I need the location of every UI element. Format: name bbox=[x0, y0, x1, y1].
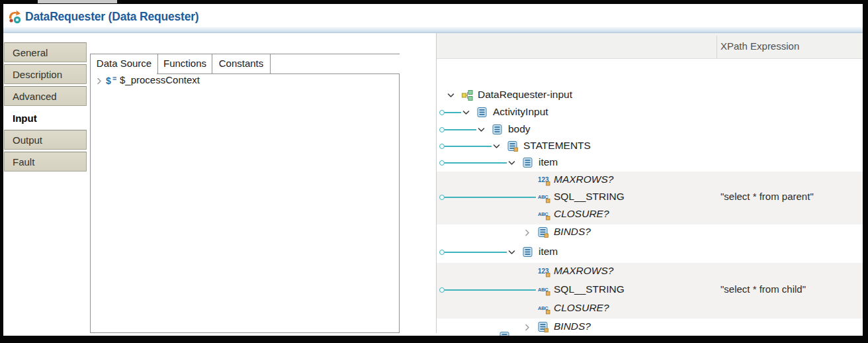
connector-dot bbox=[439, 110, 445, 115]
chevron-right-icon[interactable] bbox=[525, 229, 530, 236]
sidebar-item-description[interactable]: Description bbox=[4, 64, 87, 84]
sidebar-item-advanced[interactable]: Advanced bbox=[4, 86, 87, 106]
sidebar-item-output[interactable]: Output bbox=[4, 130, 87, 150]
schema-root-icon bbox=[462, 90, 473, 101]
connector-dot bbox=[439, 195, 445, 200]
tabbar-end-divider bbox=[270, 54, 271, 74]
number-attribute-icon: 123 bbox=[538, 175, 551, 186]
source-tree-row-processcontext[interactable]: $$_processContext bbox=[93, 73, 397, 89]
tree-row-closure[interactable]: ABCCLOSURE? bbox=[437, 206, 863, 223]
string-attribute-icon: ABC bbox=[538, 192, 551, 203]
connector-dot bbox=[439, 250, 445, 255]
element-repeating-icon bbox=[538, 227, 548, 238]
xpath-column-header: XPath Expression bbox=[720, 40, 799, 52]
tree-row-activityinput[interactable]: ActivityInput bbox=[437, 104, 863, 121]
connector-dot bbox=[439, 160, 445, 166]
element-icon bbox=[523, 158, 533, 168]
tree-node-label: BINDS? bbox=[554, 320, 591, 332]
chevron-down-icon[interactable] bbox=[462, 110, 470, 115]
chevron-down-icon[interactable] bbox=[508, 160, 515, 166]
connector-line bbox=[445, 197, 536, 198]
tree-row-maxrows[interactable]: 123MAXROWS? bbox=[437, 172, 863, 189]
active-tab-merge bbox=[91, 74, 157, 74]
element-icon bbox=[492, 124, 503, 135]
tree-row-maxrows[interactable]: 123MAXROWS? bbox=[437, 263, 863, 280]
activity-mapper-window: DataRequester (Data Requester) GeneralDe… bbox=[0, 0, 868, 343]
svg-text:$: $ bbox=[106, 75, 111, 86]
window-border-left bbox=[0, 0, 3, 343]
window-border-top bbox=[0, 0, 868, 4]
element-repeating-icon bbox=[507, 141, 518, 152]
chevron-right-icon[interactable] bbox=[97, 77, 102, 85]
element-icon bbox=[523, 247, 533, 258]
chevron-down-icon[interactable] bbox=[478, 127, 485, 132]
xpath-column-divider bbox=[716, 36, 717, 58]
window-border-bottom bbox=[0, 336, 868, 343]
connector-dot bbox=[439, 144, 445, 149]
sidebar-item-fault[interactable]: Fault bbox=[4, 152, 87, 172]
process-context-icon: $ bbox=[106, 75, 118, 86]
tree-node-label: body bbox=[508, 123, 531, 135]
connector-line bbox=[445, 162, 507, 164]
element-icon bbox=[477, 107, 488, 118]
window-border-notch bbox=[38, 0, 117, 3]
tree-row-datarequester-input[interactable]: DataRequester-input bbox=[437, 87, 863, 104]
connector-dot bbox=[439, 127, 445, 132]
tree-node-label: SQL__STRING bbox=[554, 191, 625, 203]
tree-row-statements[interactable]: STATEMENTS bbox=[437, 138, 863, 155]
number-attribute-icon: 123 bbox=[538, 266, 551, 277]
page-title: DataRequester (Data Requester) bbox=[25, 10, 198, 24]
tree-node-label: item bbox=[539, 246, 558, 258]
tree-row-sql-string[interactable]: ABCSQL__STRING"select * from child" bbox=[437, 281, 863, 299]
source-node-label: $_processContext bbox=[120, 74, 200, 85]
connector-dot bbox=[439, 287, 445, 293]
tree-row-binds[interactable]: BINDS? bbox=[437, 224, 863, 241]
tab-data-source[interactable]: Data Source bbox=[90, 54, 157, 74]
tree-node-label: SQL__STRING bbox=[554, 283, 625, 295]
connector-line bbox=[445, 146, 492, 147]
string-attribute-icon: ABC bbox=[538, 303, 551, 315]
tree-row-sql-string[interactable]: ABCSQL__STRING"select * from parent" bbox=[437, 189, 863, 206]
tree-node-label: CLOSURE? bbox=[554, 208, 609, 220]
tab-constants[interactable]: Constants bbox=[212, 54, 270, 74]
tab-functions[interactable]: Functions bbox=[157, 54, 212, 74]
title-separator bbox=[3, 27, 863, 33]
chevron-down-icon[interactable] bbox=[493, 144, 500, 149]
connector-line bbox=[445, 289, 536, 291]
element-repeating-icon bbox=[538, 322, 548, 332]
tree-row-item[interactable]: item bbox=[437, 154, 863, 172]
source-tree-panel bbox=[90, 74, 400, 333]
tree-node-label: STATEMENTS bbox=[523, 140, 591, 152]
chevron-right-icon[interactable] bbox=[525, 324, 530, 331]
string-attribute-icon: ABC bbox=[538, 285, 551, 296]
xpath-expression-cell[interactable]: "select * from child" bbox=[720, 283, 806, 295]
tree-row-closure[interactable]: ABCCLOSURE? bbox=[437, 300, 863, 317]
sidebar-item-general[interactable]: General bbox=[4, 42, 87, 62]
connector-line bbox=[445, 112, 461, 113]
sidebar-item-input[interactable]: Input bbox=[4, 108, 87, 128]
activity-icon bbox=[8, 10, 22, 24]
chevron-down-icon[interactable] bbox=[508, 250, 515, 255]
tree-node-label: BINDS? bbox=[554, 226, 591, 238]
xpath-expression-cell[interactable]: "select * from parent" bbox=[720, 191, 814, 202]
tree-row-body[interactable]: body bbox=[437, 121, 863, 138]
tree-node-label: MAXROWS? bbox=[554, 173, 613, 185]
tree-node-label: ActivityInput bbox=[493, 106, 548, 118]
tree-node-label: DataRequester-input bbox=[478, 89, 572, 101]
window-border-right bbox=[863, 0, 868, 343]
chevron-down-icon[interactable] bbox=[447, 93, 455, 98]
tree-node-label: MAXROWS? bbox=[554, 265, 613, 277]
tree-node-label: item bbox=[539, 156, 558, 168]
string-attribute-icon: ABC bbox=[538, 209, 551, 220]
tree-node-label: CLOSURE? bbox=[554, 302, 609, 314]
connector-line bbox=[445, 252, 507, 253]
tree-row-item[interactable]: item bbox=[437, 244, 863, 261]
connector-line bbox=[445, 129, 476, 130]
